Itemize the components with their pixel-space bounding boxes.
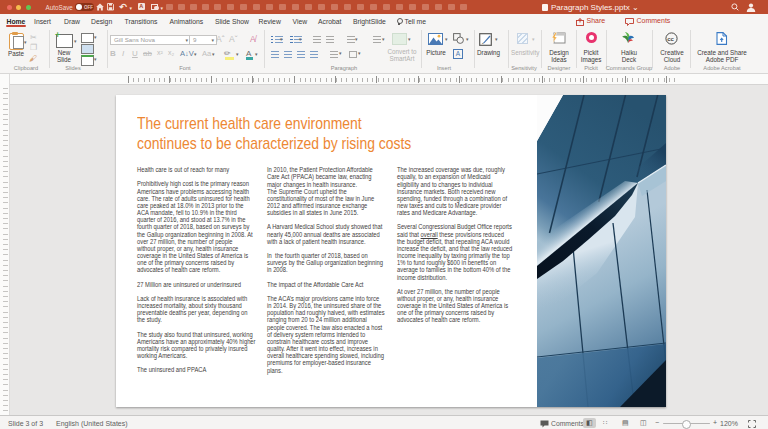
- svg-text:cc: cc: [667, 35, 674, 41]
